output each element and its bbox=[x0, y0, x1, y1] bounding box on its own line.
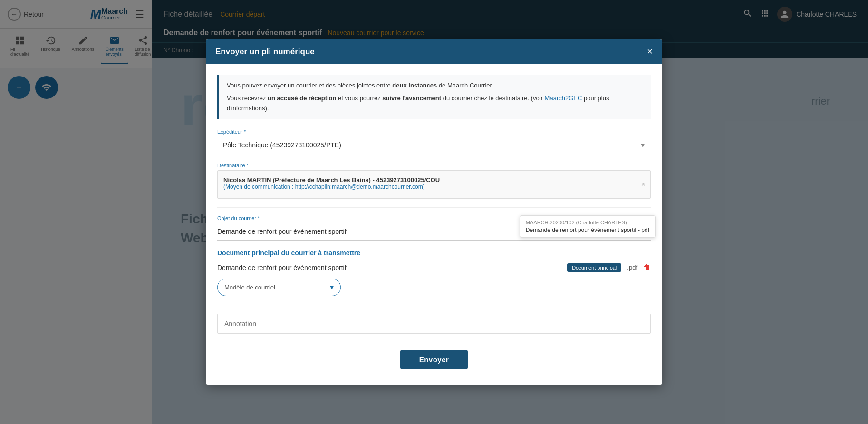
annotation-group bbox=[217, 312, 651, 334]
info-line1: Vous pouvez envoyer un courrier et des p… bbox=[227, 81, 643, 91]
modal-envoyer-pli: Envoyer un pli numérique × Vous pouvez e… bbox=[206, 39, 662, 384]
expediteur-select-wrapper: Pôle Technique (45239273100025/PTE) ▼ bbox=[217, 136, 651, 154]
doc-row: Demande de renfort pour événement sporti… bbox=[217, 263, 651, 272]
destinataire-box: Nicolas MARTIN (Préfecture de Maarch Les… bbox=[217, 170, 651, 199]
doc-name: Demande de renfort pour événement sporti… bbox=[217, 264, 561, 271]
destinataire-moyen: (Moyen de communication : http://cchapli… bbox=[223, 183, 631, 190]
doc-section-title: Document principal du courrier à transme… bbox=[217, 249, 651, 257]
destinataire-label: Destinataire * bbox=[217, 163, 651, 168]
modal-header: Envoyer un pli numérique × bbox=[206, 39, 662, 64]
tooltip-header: MAARCH.20200/102 (Charlotte CHARLES) bbox=[526, 220, 649, 225]
expediteur-label: Expéditeur * bbox=[217, 129, 651, 135]
destinataire-name: Nicolas MARTIN (Préfecture de Maarch Les… bbox=[223, 176, 631, 183]
divider-2 bbox=[217, 304, 651, 304]
maarch2gec-link[interactable]: Maarch2GEC bbox=[545, 95, 582, 102]
doc-delete-button[interactable]: 🗑 bbox=[643, 263, 651, 272]
modal-title: Envoyer un pli numérique bbox=[215, 47, 315, 57]
modal-body: Vous pouvez envoyer un courrier et des p… bbox=[206, 64, 662, 384]
modal-backdrop: Envoyer un pli numérique × Vous pouvez e… bbox=[0, 0, 868, 424]
modele-select[interactable]: Modèle de courriel bbox=[217, 279, 341, 296]
expediteur-group: Expéditeur * Pôle Technique (45239273100… bbox=[217, 129, 651, 154]
annotation-input[interactable] bbox=[217, 314, 651, 334]
envoyer-button[interactable]: Envoyer bbox=[400, 350, 468, 369]
modele-select-wrapper: Modèle de courriel ▼ bbox=[217, 279, 341, 296]
destinataire-remove-button[interactable]: × bbox=[641, 180, 646, 189]
modal-close-button[interactable]: × bbox=[647, 46, 653, 57]
destinataire-group: Destinataire * Nicolas MARTIN (Préfectur… bbox=[217, 163, 651, 199]
tooltip-filename: Demande de renfort pour événement sporti… bbox=[526, 227, 649, 233]
modal-footer: Envoyer bbox=[217, 342, 651, 373]
doc-badge: Document principal bbox=[567, 263, 621, 272]
objet-group: Objet du courrier * 📎 📄 ✏️ MAARCH.20200/… bbox=[217, 215, 651, 241]
doc-section: Document principal du courrier à transme… bbox=[217, 249, 651, 296]
info-box: Vous pouvez envoyer un courrier et des p… bbox=[217, 75, 651, 119]
divider-1 bbox=[217, 207, 651, 208]
objet-tooltip: MAARCH.20200/102 (Charlotte CHARLES) Dem… bbox=[520, 215, 656, 238]
expediteur-select[interactable]: Pôle Technique (45239273100025/PTE) bbox=[217, 136, 651, 154]
info-line2: Vous recevrez un accusé de réception et … bbox=[227, 94, 643, 114]
doc-ext: .pdf bbox=[627, 264, 637, 271]
